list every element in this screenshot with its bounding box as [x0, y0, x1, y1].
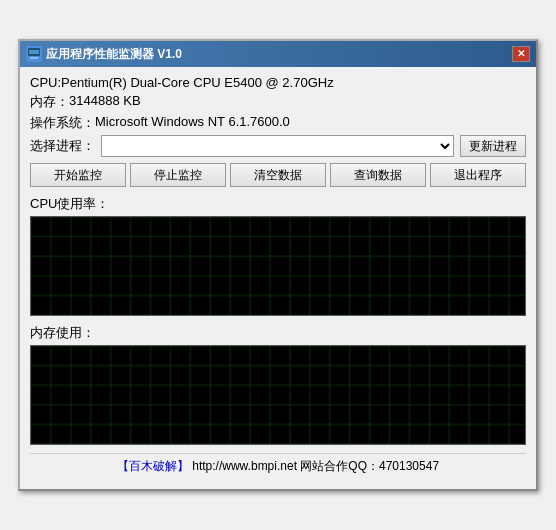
memory-label: 内存：: [30, 93, 69, 111]
title-bar-left: 应用程序性能监测器 V1.0: [26, 46, 182, 63]
cpu-graph-label: CPU使用率：: [30, 195, 526, 213]
memory-graph: [30, 345, 526, 445]
clear-data-button[interactable]: 清空数据: [230, 163, 326, 187]
cpu-label: CPU:: [30, 75, 61, 90]
start-monitor-button[interactable]: 开始监控: [30, 163, 126, 187]
main-window: 应用程序性能监测器 V1.0 ✕ CPU: Pentium(R) Dual-Co…: [18, 39, 538, 491]
update-process-button[interactable]: 更新进程: [460, 135, 526, 157]
title-text: 应用程序性能监测器 V1.0: [46, 46, 182, 63]
main-content: CPU: Pentium(R) Dual-Core CPU E5400 @ 2.…: [20, 67, 536, 489]
cpu-graph: [30, 216, 526, 316]
os-value: Microsoft Windows NT 6.1.7600.0: [95, 114, 290, 132]
cpu-monitor-section: CPU使用率：: [30, 195, 526, 316]
stop-monitor-button[interactable]: 停止监控: [130, 163, 226, 187]
svg-rect-2: [30, 57, 38, 59]
app-icon: [26, 46, 42, 62]
query-data-button[interactable]: 查询数据: [330, 163, 426, 187]
footer-link[interactable]: 【百木破解】: [117, 459, 192, 473]
memory-value: 3144888 KB: [69, 93, 141, 111]
memory-info-row: 内存： 3144888 KB: [30, 93, 526, 111]
close-button[interactable]: ✕: [512, 46, 530, 62]
svg-rect-3: [29, 50, 39, 54]
title-buttons: ✕: [512, 46, 530, 62]
cpu-value: Pentium(R) Dual-Core CPU E5400 @ 2.70GHz: [61, 75, 334, 90]
exit-button[interactable]: 退出程序: [430, 163, 526, 187]
memory-graph-label: 内存使用：: [30, 324, 526, 342]
os-info-row: 操作系统： Microsoft Windows NT 6.1.7600.0: [30, 114, 526, 132]
cpu-grid-canvas: [31, 217, 525, 315]
os-label: 操作系统：: [30, 114, 95, 132]
footer-text: 网站合作QQ：470130547: [300, 459, 439, 473]
memory-grid-canvas: [31, 346, 525, 444]
cpu-info-row: CPU: Pentium(R) Dual-Core CPU E5400 @ 2.…: [30, 75, 526, 90]
footer-url: http://www.bmpi.net: [192, 459, 297, 473]
memory-monitor-section: 内存使用：: [30, 324, 526, 445]
process-select[interactable]: [101, 135, 454, 157]
title-bar: 应用程序性能监测器 V1.0 ✕: [20, 41, 536, 67]
action-buttons-row: 开始监控 停止监控 清空数据 查询数据 退出程序: [30, 163, 526, 187]
footer-link-text: 【百木破解】: [117, 459, 189, 473]
footer: 【百木破解】 http://www.bmpi.net 网站合作QQ：470130…: [30, 453, 526, 481]
process-label: 选择进程：: [30, 137, 95, 155]
process-select-row: 选择进程： 更新进程: [30, 135, 526, 157]
